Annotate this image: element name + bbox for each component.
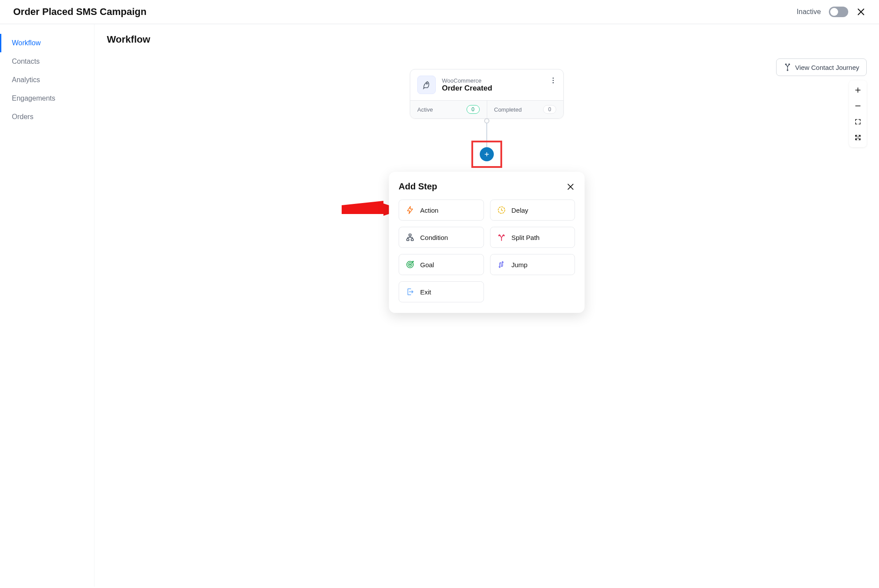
status-toggle[interactable]	[829, 7, 848, 17]
add-step-highlight	[471, 141, 502, 168]
jump-icon	[496, 260, 506, 269]
svg-point-4	[553, 77, 554, 79]
sidebar-item-engagements[interactable]: Engagements	[0, 89, 94, 108]
close-icon[interactable]	[856, 7, 866, 17]
sidebar-item-label: Analytics	[12, 76, 40, 83]
bolt-icon	[405, 205, 415, 215]
modal-title: Add Step	[399, 181, 438, 192]
step-label: Condition	[420, 234, 448, 241]
step-label: Action	[420, 207, 439, 214]
clock-icon	[496, 205, 506, 215]
svg-point-6	[553, 82, 554, 83]
step-jump-button[interactable]: Jump	[490, 254, 575, 275]
sidebar-item-label: Contacts	[12, 58, 40, 65]
step-goal-button[interactable]: Goal	[399, 254, 484, 275]
sidebar-item-contacts[interactable]: Contacts	[0, 52, 94, 71]
step-grid: Action Delay Condition	[399, 200, 575, 302]
step-delay-button[interactable]: Delay	[490, 200, 575, 221]
exit-icon	[405, 287, 415, 297]
sidebar-item-orders[interactable]: Orders	[0, 108, 94, 126]
main: Workflow Contacts Analytics Engagements …	[0, 24, 879, 587]
step-condition-button[interactable]: Condition	[399, 227, 484, 248]
header: Order Placed SMS Campaign Inactive	[0, 0, 879, 24]
page-title: Order Placed SMS Campaign	[13, 6, 146, 18]
add-step-modal: Add Step Action	[389, 172, 585, 313]
stat-label: Completed	[494, 106, 522, 113]
sidebar-item-label: Workflow	[12, 39, 41, 47]
step-label: Split Path	[511, 234, 540, 241]
trigger-source: WooCommerce	[442, 77, 492, 84]
close-icon[interactable]	[566, 182, 575, 191]
add-step-button[interactable]	[480, 147, 494, 161]
modal-header: Add Step	[399, 181, 575, 192]
step-exit-button[interactable]: Exit	[399, 281, 484, 302]
sitemap-icon	[405, 232, 415, 242]
section-title: Workflow	[107, 34, 867, 45]
step-action-button[interactable]: Action	[399, 200, 484, 221]
target-icon	[405, 260, 415, 269]
stat-completed: Completed 0	[487, 101, 564, 118]
split-icon	[496, 232, 506, 242]
trigger-texts: WooCommerce Order Created	[442, 77, 492, 93]
header-actions: Inactive	[797, 7, 866, 17]
toggle-knob	[830, 8, 838, 16]
sidebar-item-analytics[interactable]: Analytics	[0, 71, 94, 89]
step-label: Delay	[511, 207, 528, 214]
svg-point-3	[427, 83, 428, 84]
step-label: Jump	[511, 261, 528, 269]
canvas[interactable]: WooCommerce Order Created Active 0 Compl…	[95, 51, 879, 587]
trigger-stats: Active 0 Completed 0	[410, 100, 563, 118]
svg-point-5	[553, 80, 554, 81]
svg-point-14	[409, 264, 411, 265]
trigger-menu-button[interactable]	[549, 76, 557, 84]
trigger-header: WooCommerce Order Created	[410, 69, 563, 100]
sidebar-item-workflow[interactable]: Workflow	[0, 34, 94, 52]
trigger-title: Order Created	[442, 84, 492, 93]
stat-label: Active	[417, 106, 433, 113]
status-label: Inactive	[797, 8, 821, 16]
sidebar-item-label: Orders	[12, 113, 33, 120]
sidebar-item-label: Engagements	[12, 94, 55, 102]
content: Workflow View Contact Journey	[95, 24, 879, 587]
step-label: Exit	[420, 288, 431, 296]
stat-count: 0	[543, 105, 556, 114]
stat-count: 0	[467, 105, 480, 114]
step-split-path-button[interactable]: Split Path	[490, 227, 575, 248]
stat-active: Active 0	[410, 101, 487, 118]
trigger-node[interactable]: WooCommerce Order Created Active 0 Compl…	[410, 69, 564, 119]
rocket-icon	[417, 76, 436, 94]
sidebar: Workflow Contacts Analytics Engagements …	[0, 24, 95, 587]
step-label: Goal	[420, 261, 434, 269]
